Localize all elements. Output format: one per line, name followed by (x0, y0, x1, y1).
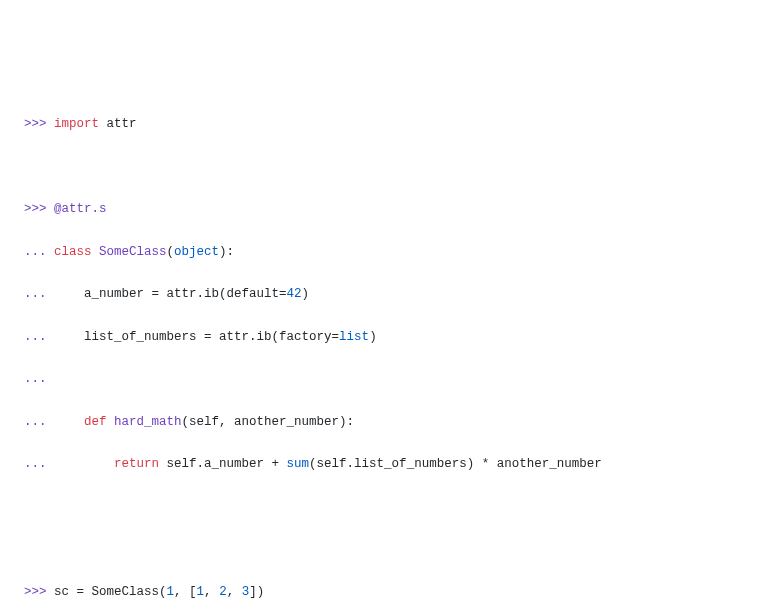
builtin-object: object (174, 245, 219, 259)
function-name: hard_math (107, 415, 182, 429)
code-block: >>> import attr >>> @attr.s ... class So… (24, 93, 755, 604)
code-line: ... a_number = attr.ib(default=42) (24, 284, 755, 305)
module-name: attr (99, 117, 137, 131)
builtin-sum: sum (287, 457, 310, 471)
blank-line (24, 497, 755, 518)
code-line: ... list_of_numbers = attr.ib(factory=li… (24, 327, 755, 348)
blank-line (24, 157, 755, 178)
decorator: @attr.s (54, 202, 107, 216)
code-line: >>> @attr.s (24, 199, 755, 220)
keyword-return: return (114, 457, 159, 471)
repl-cont: ... (24, 245, 54, 259)
builtin-list: list (339, 330, 369, 344)
repl-cont: ... (24, 330, 84, 344)
repl-cont: ... (24, 287, 84, 301)
repl-cont: ... (24, 415, 84, 429)
repl-cont: ... (24, 372, 47, 386)
repl-prompt: >>> (24, 117, 54, 131)
blank-line (24, 539, 755, 560)
code-line: ... def hard_math(self, another_number): (24, 412, 755, 433)
keyword-class: class (54, 245, 92, 259)
code-line: ... class SomeClass(object): (24, 242, 755, 263)
class-name: SomeClass (92, 245, 167, 259)
code-line: >>> sc = SomeClass(1, [1, 2, 3]) (24, 582, 755, 603)
number-literal: 42 (287, 287, 302, 301)
code-line: >>> import attr (24, 114, 755, 135)
repl-prompt: >>> (24, 202, 54, 216)
code-line: ... (24, 369, 755, 390)
keyword-def: def (84, 415, 107, 429)
repl-prompt: >>> (24, 585, 54, 599)
keyword-import: import (54, 117, 99, 131)
repl-cont: ... (24, 457, 114, 471)
code-line: ... return self.a_number + sum(self.list… (24, 454, 755, 475)
